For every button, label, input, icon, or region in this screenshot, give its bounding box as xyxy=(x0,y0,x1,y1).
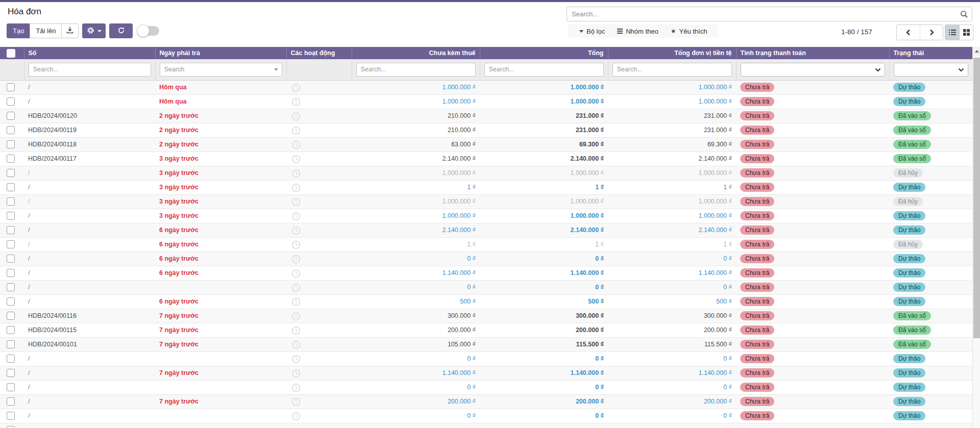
invoice-number-link[interactable]: / xyxy=(28,355,30,362)
column-header-number[interactable]: Số xyxy=(24,47,155,59)
activity-clock-icon[interactable] xyxy=(291,169,301,180)
row-checkbox[interactable] xyxy=(7,212,15,220)
row-checkbox[interactable] xyxy=(7,112,15,120)
table-row[interactable]: HDB/2024/001167 ngày trước300.000 ₫300.0… xyxy=(0,309,972,323)
invoice-number-link[interactable]: / xyxy=(28,369,30,376)
table-row[interactable]: /0 ₫0 ₫0 ₫Chưa trảDự thảo xyxy=(0,280,972,294)
invoice-number-link[interactable]: HDB/2024/00118 xyxy=(28,141,77,148)
payment-status-filter-select[interactable] xyxy=(741,63,885,77)
row-checkbox[interactable] xyxy=(7,255,15,263)
state-filter-select[interactable] xyxy=(894,63,969,77)
column-header-total[interactable]: Tổng xyxy=(480,47,608,59)
table-row[interactable]: HDB/2024/001202 ngày trước210.000 ₫231.0… xyxy=(0,109,972,123)
table-row[interactable]: /0 ₫0 ₫0 ₫Chưa trảDự thảo xyxy=(0,351,972,366)
total-filter-input[interactable] xyxy=(484,63,604,77)
due-date-filter-input[interactable] xyxy=(160,63,282,77)
column-header-total-currency[interactable]: Tổng đơn vị tiền tệ xyxy=(608,47,736,59)
invoice-number-link[interactable]: HDB/2024/00101 xyxy=(28,341,77,348)
activity-clock-icon[interactable] xyxy=(291,355,301,365)
scrollbar-thumb[interactable] xyxy=(973,58,980,338)
invoice-number-link[interactable]: / xyxy=(28,284,30,291)
due-date-filter-combo[interactable] xyxy=(160,63,282,77)
activity-clock-icon[interactable] xyxy=(291,112,301,122)
row-checkbox[interactable] xyxy=(7,326,15,334)
activity-clock-icon[interactable] xyxy=(291,297,301,308)
row-checkbox[interactable] xyxy=(7,312,15,320)
pager-previous-button[interactable] xyxy=(897,25,920,40)
row-checkbox[interactable] xyxy=(7,369,15,377)
groupby-menu-button[interactable]: Nhóm theo xyxy=(611,24,665,38)
upload-button[interactable]: Tải lên xyxy=(30,23,62,38)
table-row[interactable]: /6 ngày trước1 ₫1 ₫1 ₫Chưa trảĐã hủy xyxy=(0,237,972,251)
table-row[interactable]: /Hôm qua1.000.000 ₫1.000.000 ₫1.000.000 … xyxy=(0,80,972,94)
invoice-number-link[interactable]: / xyxy=(28,198,30,205)
row-checkbox[interactable] xyxy=(7,126,15,134)
invoice-number-link[interactable]: / xyxy=(28,226,30,234)
invoice-number-link[interactable]: / xyxy=(28,212,30,219)
row-checkbox[interactable] xyxy=(7,97,15,106)
row-checkbox[interactable] xyxy=(7,397,15,406)
activity-clock-icon[interactable] xyxy=(291,383,301,394)
invoice-number-link[interactable]: HDB/2024/00116 xyxy=(28,312,77,319)
search-input[interactable] xyxy=(567,10,957,18)
row-checkbox[interactable] xyxy=(7,340,15,348)
invoice-number-link[interactable]: HDB/2024/00120 xyxy=(28,112,77,119)
row-checkbox[interactable] xyxy=(7,240,15,248)
activity-clock-icon[interactable] xyxy=(291,412,301,422)
activity-clock-icon[interactable] xyxy=(291,240,301,251)
activity-clock-icon[interactable] xyxy=(291,326,301,337)
table-row[interactable]: /6 ngày trước0 ₫0 ₫0 ₫Chưa trảDự thảo xyxy=(0,251,972,266)
favorites-menu-button[interactable]: ★ Yêu thích xyxy=(665,24,714,38)
invoice-number-link[interactable]: / xyxy=(28,298,30,305)
table-row[interactable]: /Hôm qua1.000.000 ₫1.000.000 ₫1.000.000 … xyxy=(0,94,972,109)
column-header-activities[interactable]: Các hoạt động xyxy=(286,47,352,59)
create-button[interactable]: Tạo xyxy=(7,23,30,38)
row-checkbox[interactable] xyxy=(7,283,15,291)
untaxed-filter-input[interactable] xyxy=(356,63,476,77)
invoice-number-link[interactable]: / xyxy=(28,98,30,105)
invoice-number-link[interactable]: HDB/2024/00117 xyxy=(28,155,77,162)
row-checkbox[interactable] xyxy=(7,83,15,91)
table-row[interactable]: HDB/2024/001157 ngày trước200.000 ₫200.0… xyxy=(0,323,972,337)
activity-clock-icon[interactable] xyxy=(291,340,301,351)
table-row[interactable]: /3 ngày trước1.000.000 ₫1.000.000 ₫1.000… xyxy=(0,194,972,209)
refresh-button[interactable] xyxy=(109,23,133,38)
activity-clock-icon[interactable] xyxy=(291,312,301,322)
row-checkbox[interactable] xyxy=(7,412,15,420)
kanban-view-button[interactable] xyxy=(959,25,973,40)
invoice-number-link[interactable]: / xyxy=(28,255,30,262)
row-checkbox[interactable] xyxy=(7,197,15,206)
pager-next-button[interactable] xyxy=(920,25,943,40)
table-row[interactable]: /6 ngày trước500 ₫500 ₫500 ₫Chưa trảDự t… xyxy=(0,294,972,309)
invoice-number-link[interactable]: / xyxy=(28,184,30,191)
total-currency-filter-input[interactable] xyxy=(612,63,732,77)
table-row[interactable]: /7 ngày trước1.140.000 ₫1.140.000 ₫1.140… xyxy=(0,366,972,380)
scrollbar-up-button[interactable] xyxy=(973,47,980,56)
table-row[interactable]: HDB/2024/001173 ngày trước2.140.000 ₫2.1… xyxy=(0,152,972,166)
activity-clock-icon[interactable] xyxy=(291,83,301,94)
invoice-number-link[interactable]: / xyxy=(28,384,30,391)
activity-clock-icon[interactable] xyxy=(291,255,301,265)
table-row[interactable]: /6 ngày trước2.140.000 ₫2.140.000 ₫2.140… xyxy=(0,223,972,237)
row-checkbox[interactable] xyxy=(7,226,15,234)
invoice-number-link[interactable]: HDB/2024/00119 xyxy=(28,127,77,134)
table-row[interactable]: /3 ngày trước1 ₫1 ₫1 ₫Chưa trảDự thảo xyxy=(0,180,972,194)
table-row[interactable]: /3 ngày trước1.000.000 ₫1.000.000 ₫1.000… xyxy=(0,209,972,223)
row-checkbox[interactable] xyxy=(7,383,15,391)
column-header-payment-status[interactable]: Tình trạng thanh toán xyxy=(736,47,889,59)
activity-clock-icon[interactable] xyxy=(291,397,301,408)
column-header-untaxed[interactable]: Chưa kèm thuế xyxy=(352,47,480,59)
row-checkbox[interactable] xyxy=(7,297,15,306)
invoice-number-link[interactable]: / xyxy=(28,398,30,405)
activity-clock-icon[interactable] xyxy=(291,226,301,237)
filters-menu-button[interactable]: Bộ lọc xyxy=(573,24,611,38)
search-icon[interactable] xyxy=(957,10,972,18)
table-row[interactable]: /3 ngày trước1.000.000 ₫1.000.000 ₫1.000… xyxy=(0,166,972,180)
invoice-number-link[interactable]: / xyxy=(28,241,30,248)
invoice-number-link[interactable]: / xyxy=(28,84,30,91)
list-view-button[interactable] xyxy=(945,25,959,40)
table-row[interactable]: /0 ₫0 ₫0 ₫Chưa trảDự thảo xyxy=(0,380,972,394)
row-checkbox[interactable] xyxy=(7,169,15,177)
column-header-due-date[interactable]: Ngày phải trả xyxy=(155,47,286,59)
table-row[interactable]: HDB/2024/001017 ngày trước105.000 ₫115.5… xyxy=(0,337,972,351)
